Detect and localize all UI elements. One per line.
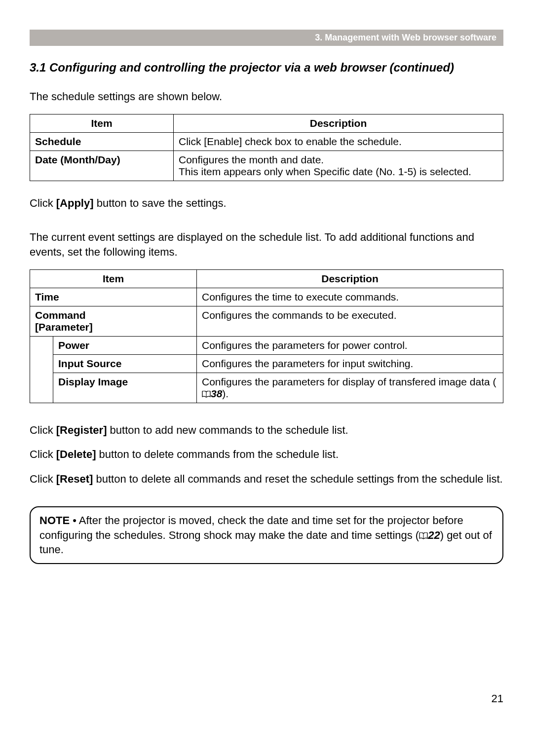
note-label: NOTE	[39, 514, 70, 527]
table2-item-command: Command [Parameter]	[30, 306, 197, 336]
table2-desc-display: Configures the parameters for display of…	[197, 373, 503, 403]
intro-text: The schedule settings are shown below.	[30, 89, 503, 104]
table2-item-display: Display Image	[53, 373, 197, 403]
table2-desc-input: Configures the parameters for input swit…	[197, 354, 503, 373]
note-box: NOTE • After the projector is moved, che…	[30, 506, 503, 564]
chapter-bar: 3. Management with Web browser software	[30, 30, 503, 46]
reset-text: Click [Reset] button to delete all comma…	[30, 472, 503, 487]
page-number: 21	[30, 692, 503, 705]
table-row: Date (Month/Day) Configures the month an…	[30, 151, 503, 181]
book-icon	[419, 532, 428, 539]
table1-item-schedule: Schedule	[30, 132, 174, 151]
table2-header-item: Item	[30, 269, 197, 288]
indent-cell	[30, 336, 53, 354]
table2-desc-power: Configures the parameters for power cont…	[197, 336, 503, 354]
table1-desc-date: Configures the month and date. This item…	[174, 151, 503, 181]
event-settings-table: Item Description Time Configures the tim…	[30, 269, 503, 403]
indent-cell	[30, 373, 53, 403]
table2-desc-command: Configures the commands to be executed.	[197, 306, 503, 336]
table-row: Display Image Configures the parameters …	[30, 373, 503, 403]
indent-cell	[30, 354, 53, 373]
section-title: 3.1 Configuring and controlling the proj…	[30, 61, 503, 75]
table2-item-input: Input Source	[53, 354, 197, 373]
table2-header-desc: Description	[197, 269, 503, 288]
table1-desc-schedule: Click [Enable] check box to enable the s…	[174, 132, 503, 151]
table-row: Input Source Configures the parameters f…	[30, 354, 503, 373]
table1-item-date: Date (Month/Day)	[30, 151, 174, 181]
apply-text: Click [Apply] button to save the setting…	[30, 196, 503, 211]
schedule-settings-table: Item Description Schedule Click [Enable]…	[30, 114, 503, 181]
table1-header-item: Item	[30, 114, 174, 132]
table-row: Schedule Click [Enable] check box to ena…	[30, 132, 503, 151]
table2-desc-time: Configures the time to execute commands.	[197, 288, 503, 306]
table-row: Command [Parameter] Configures the comma…	[30, 306, 503, 336]
table2-item-time: Time	[30, 288, 197, 306]
register-text: Click [Register] button to add new comma…	[30, 423, 503, 438]
table1-header-desc: Description	[174, 114, 503, 132]
table-row: Time Configures the time to execute comm…	[30, 288, 503, 306]
delete-text: Click [Delete] button to delete commands…	[30, 447, 503, 462]
table-row: Power Configures the parameters for powe…	[30, 336, 503, 354]
table2-item-power: Power	[53, 336, 197, 354]
book-icon	[202, 391, 211, 398]
mid-text: The current event settings are displayed…	[30, 230, 503, 259]
